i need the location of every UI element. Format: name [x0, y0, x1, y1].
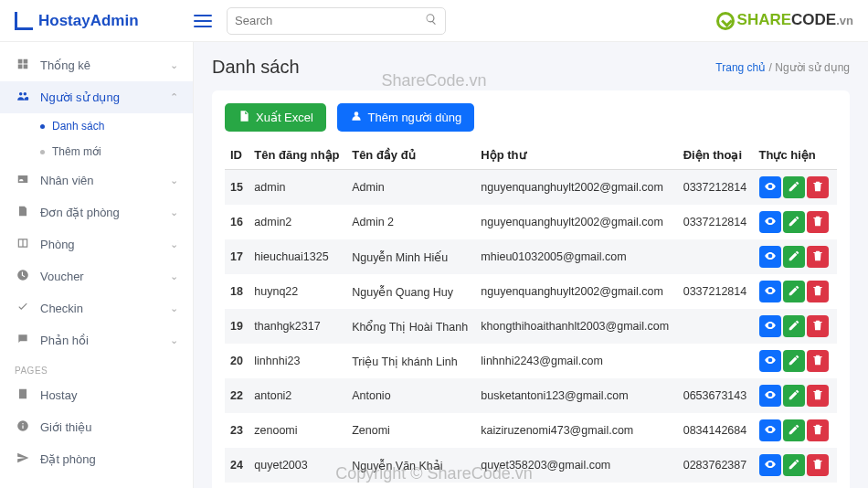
- delete-button[interactable]: [807, 176, 829, 198]
- search-input[interactable]: [235, 14, 425, 27]
- chevron-up-icon: ⌃: [170, 91, 178, 103]
- cell-id: 23: [225, 413, 249, 448]
- sidebar-item-đơn-đặt-phòng[interactable]: Đơn đặt phòng⌄: [0, 196, 193, 228]
- sidebar-page-đặt-phòng[interactable]: Đặt phòng: [0, 443, 193, 475]
- delete-button[interactable]: [807, 246, 829, 268]
- view-button[interactable]: [759, 246, 781, 268]
- col-header: Điện thoại: [678, 141, 754, 170]
- view-button[interactable]: [759, 350, 781, 372]
- cell-phone: 0283762387: [678, 448, 754, 483]
- chat-icon: [15, 333, 31, 348]
- delete-button[interactable]: [807, 454, 829, 476]
- trash-icon: [811, 319, 824, 334]
- view-button[interactable]: [759, 315, 781, 337]
- cell-username: thanhgk2317: [249, 309, 346, 344]
- cell-fullname: Admin: [346, 170, 475, 206]
- cell-email: quyet358203@gmail.com: [475, 448, 677, 483]
- eye-icon: [764, 215, 777, 230]
- pencil-icon: [788, 215, 800, 230]
- sidebar-item-label: Đơn đặt phòng: [40, 206, 120, 219]
- breadcrumb-home[interactable]: Trang chủ: [715, 61, 766, 74]
- sidebar-item-label: Checkin: [40, 302, 83, 315]
- search-box[interactable]: [227, 7, 446, 35]
- sidebar-item-nhân-viên[interactable]: Nhân viên⌄: [0, 164, 193, 196]
- view-button[interactable]: [759, 176, 781, 198]
- cell-actions: [754, 239, 837, 274]
- edit-button[interactable]: [783, 385, 805, 407]
- id-icon: [15, 173, 31, 188]
- info-icon: [15, 419, 31, 435]
- sidebar-subitem-thêm-mới[interactable]: Thêm mới: [0, 139, 193, 164]
- view-button[interactable]: [759, 281, 781, 302]
- view-button[interactable]: [759, 211, 781, 233]
- cell-username: quyet2003: [249, 448, 346, 483]
- edit-button[interactable]: [783, 419, 805, 441]
- sidebar-item-phòng[interactable]: Phòng⌄: [0, 228, 193, 260]
- search-icon[interactable]: [425, 13, 438, 28]
- sidebar-item-label: Thống kê: [40, 58, 90, 72]
- sidebar-page-giới-thiệu[interactable]: Giới thiệu: [0, 411, 193, 443]
- cell-fullname: Zenomi: [346, 413, 475, 448]
- cell-email: kaiziruzenomi473@gmail.com: [475, 413, 677, 448]
- edit-button[interactable]: [783, 454, 805, 476]
- menu-toggle[interactable]: [194, 11, 212, 31]
- trash-icon: [811, 284, 824, 300]
- add-user-button[interactable]: Thêm người dùng: [337, 103, 475, 132]
- pencil-icon: [788, 388, 800, 404]
- cell-id: 20: [225, 344, 249, 378]
- cell-username: duongn1704: [249, 483, 346, 488]
- sidebar-subitem-label: Thêm mới: [52, 145, 101, 158]
- eye-icon: [764, 319, 777, 334]
- edit-button[interactable]: [783, 176, 805, 198]
- edit-button[interactable]: [783, 315, 805, 337]
- trash-icon: [811, 388, 824, 404]
- eye-icon: [764, 458, 777, 473]
- eye-icon: [764, 180, 777, 196]
- cell-actions: [754, 309, 837, 344]
- delete-button[interactable]: [807, 281, 829, 302]
- table-row: 18huynq22Nguyễn Quang Huynguyenquanghuyl…: [225, 274, 837, 309]
- cell-fullname: Nguyễn Quang Huy: [346, 274, 475, 309]
- cell-actions: [754, 170, 837, 206]
- trash-icon: [811, 458, 824, 473]
- trash-icon: [811, 215, 824, 230]
- edit-button[interactable]: [783, 281, 805, 302]
- sidebar-item-thống-kê[interactable]: Thống kê⌄: [0, 49, 193, 81]
- edit-button[interactable]: [783, 211, 805, 233]
- table-row: 19thanhgk2317Khổng Thị Hoài Thanhkhongth…: [225, 309, 837, 344]
- delete-button[interactable]: [807, 315, 829, 337]
- cell-email: nguyenquanghuylt2002@gmail.com: [475, 205, 677, 239]
- cell-id: 17: [225, 239, 249, 274]
- delete-button[interactable]: [807, 350, 829, 372]
- view-button[interactable]: [759, 385, 781, 407]
- sidebar-subitem-danh-sách[interactable]: Danh sách: [0, 113, 193, 139]
- sidebar-item-voucher[interactable]: Voucher⌄: [0, 260, 193, 292]
- cell-email: khongthihoaithanhlt2003@gmail.com: [475, 309, 677, 344]
- sidebar-item-phản-hồi[interactable]: Phản hồi⌄: [0, 324, 193, 356]
- view-button[interactable]: [759, 419, 781, 441]
- edit-button[interactable]: [783, 350, 805, 372]
- table-row: 17hieuchuai1325Nguyễn Minh Hiếumhieu0103…: [225, 239, 837, 274]
- sidebar-item-người-sử-dụng[interactable]: Người sử dụng⌃: [0, 81, 193, 113]
- sidebar-page-hostay[interactable]: Hostay: [0, 379, 193, 411]
- edit-button[interactable]: [783, 246, 805, 268]
- brand-logo[interactable]: HostayAdmin: [15, 12, 194, 30]
- sidebar: Thống kê⌄Người sử dụng⌃Danh sáchThêm mới…: [0, 42, 194, 488]
- tag-icon: [15, 269, 31, 284]
- delete-button[interactable]: [807, 419, 829, 441]
- sidebar-item-checkin[interactable]: Checkin⌄: [0, 292, 193, 324]
- sidebar-item-label: Nhân viên: [40, 174, 94, 187]
- trash-icon: [811, 180, 824, 196]
- delete-button[interactable]: [807, 211, 829, 233]
- export-excel-button[interactable]: Xuất Excel: [225, 103, 326, 132]
- cell-email: busketantoni123@gmail.com: [475, 378, 677, 413]
- cell-username: antoni2: [249, 378, 346, 413]
- view-button[interactable]: [759, 454, 781, 476]
- cell-username: huynq22: [249, 274, 346, 309]
- table-row: 24quyet2003Nguyễn Văn Khảiquyet358203@gm…: [225, 448, 837, 483]
- chevron-down-icon: ⌄: [170, 302, 178, 314]
- delete-button[interactable]: [807, 385, 829, 407]
- trash-icon: [811, 249, 824, 265]
- cell-phone: [678, 239, 754, 274]
- cell-fullname: Nguyễn Minh Hiếu: [346, 239, 475, 274]
